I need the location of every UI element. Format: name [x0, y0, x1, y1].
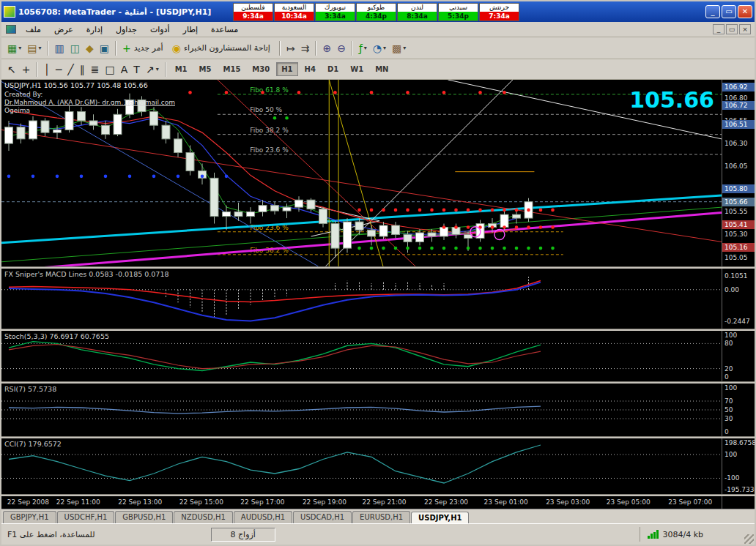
- menu-item-5[interactable]: إطار: [177, 23, 204, 36]
- chart-tab-usdchfh1[interactable]: USDCHF,H1: [57, 511, 115, 523]
- chart-tab-usdjpyh1[interactable]: USDJPY,H1: [411, 512, 469, 524]
- cci-pane: CCI(7) 179.6572198.6758100-100-195.7330: [1, 438, 755, 494]
- indicators-button[interactable]: ƒ▾: [356, 40, 370, 57]
- crosshair-tool[interactable]: +: [19, 61, 34, 78]
- main-chart-scale[interactable]: 106.80106.55106.30106.05105.55105.30105.…: [722, 80, 755, 266]
- rsi-pane-plot[interactable]: RSI(7) 57.5738: [1, 384, 722, 436]
- time-axis-corner: [722, 496, 755, 509]
- chart-tab-gbpjpyh1[interactable]: GBPJPY,H1: [3, 511, 56, 523]
- stoch-pane-plot[interactable]: Stoch(5,3,3) 76.6917 60.7655: [1, 331, 722, 381]
- chart-area[interactable]: Fibo 61.8 %Fibo 50 %Fibo 38.2 %Fibo 23.6…: [1, 80, 755, 509]
- timeframe-button-m30[interactable]: M30: [247, 62, 275, 76]
- timeframe-button-d1[interactable]: D1: [322, 62, 344, 76]
- timeframe-button-h1[interactable]: H1: [276, 62, 297, 76]
- stoch-pane-scale[interactable]: 10080200: [722, 331, 755, 381]
- zoom-out-button[interactable]: ⊖: [334, 40, 349, 57]
- trendline-tool[interactable]: ╱: [64, 61, 76, 78]
- candle-body: [29, 121, 37, 139]
- chart-tab-nzdusdh1[interactable]: NZDUSD,H1: [174, 511, 232, 523]
- new-order-button[interactable]: +أمر جديد: [119, 40, 169, 57]
- text-tool[interactable]: A: [118, 61, 131, 78]
- main-chart-svg: Fibo 61.8 %Fibo 50 %Fibo 38.2 %Fibo 23.6…: [1, 80, 722, 266]
- shapes-tool[interactable]: □: [103, 61, 118, 78]
- candle-body: [513, 214, 521, 218]
- menu-item-2[interactable]: إدارة: [80, 23, 109, 36]
- timeframe-button-h4[interactable]: H4: [300, 62, 321, 76]
- chart-tab-usdcadh1[interactable]: USDCAD,H1: [293, 511, 352, 523]
- candle-body: [210, 178, 218, 216]
- signal-dot: [527, 225, 530, 229]
- navigator-button[interactable]: ◆: [83, 40, 97, 57]
- timeframe-button-m15[interactable]: M15: [218, 62, 245, 76]
- timeframe-button-mn[interactable]: MN: [370, 62, 393, 76]
- cci-pane-svg: CCI(7) 179.6572: [1, 438, 722, 494]
- menu-item-0[interactable]: ملف: [19, 23, 48, 36]
- signal-dot: [527, 247, 530, 250]
- timeframe-button-w1[interactable]: W1: [345, 62, 368, 76]
- chart-shift-button[interactable]: ↦: [284, 40, 298, 57]
- mdi-close-button[interactable]: ×: [739, 24, 751, 34]
- cci-pane-plot[interactable]: CCI(7) 179.6572: [1, 438, 722, 494]
- fibonacci-tool[interactable]: ≣: [88, 61, 103, 78]
- toolbar-separator: [165, 62, 166, 77]
- vertical-line-tool[interactable]: │: [40, 61, 52, 78]
- chart-tab-eurusdh1[interactable]: EURUSD,H1: [352, 511, 410, 523]
- clock-time-value: 8:34a: [398, 12, 437, 20]
- new-chart-button[interactable]: ▦▾: [4, 40, 24, 57]
- cci-pane-scale[interactable]: 198.6758100-100-195.7330: [722, 438, 755, 494]
- market-watch-button[interactable]: ▥: [52, 40, 67, 57]
- candle-body: [174, 139, 182, 153]
- channel-tool[interactable]: ∥: [77, 61, 88, 78]
- expert-advisors-icon: ◉: [172, 41, 181, 56]
- timeframe-button-m5[interactable]: M5: [194, 62, 217, 76]
- rsi-scale-label: 0: [724, 428, 729, 435]
- arrows-tool[interactable]: ↗▾: [143, 61, 162, 78]
- connection-traffic: 3084/4 kb: [662, 530, 703, 539]
- terminal-button[interactable]: ▣: [97, 40, 112, 57]
- menu-item-1[interactable]: عرض: [48, 23, 80, 36]
- resize-grip[interactable]: [744, 534, 754, 544]
- time-axis-plot[interactable]: 22 Sep 200822 Sep 11:0022 Sep 13:0022 Se…: [1, 496, 722, 509]
- restore-button[interactable]: ▭: [722, 5, 736, 18]
- expert-advisors-button[interactable]: ◉إتاحة المستشارون الخبراء: [169, 40, 276, 57]
- chart-tab-gbpusdh1[interactable]: GBPUSD,H1: [115, 511, 173, 523]
- signal-dot: [273, 116, 277, 120]
- menu-item-4[interactable]: أدوات: [144, 23, 177, 36]
- profile-panel[interactable]: أزواج 8: [211, 528, 275, 542]
- mdi-restore-button[interactable]: ▭: [726, 24, 738, 34]
- signal-dot: [442, 225, 446, 229]
- titlebar: 1056708: MetaTrader - أمثلية - [USDJPY,H…: [1, 1, 755, 22]
- menu-item-3[interactable]: جداول: [109, 23, 144, 36]
- auto-scroll-button[interactable]: ⇉: [298, 40, 313, 57]
- arrows-icon: ↗: [146, 62, 155, 77]
- templates-button[interactable]: ▩▾: [389, 40, 409, 57]
- rsi-pane: RSI(7) 57.57381007050300: [1, 384, 755, 436]
- rsi-pane-scale[interactable]: 1007050300: [722, 384, 755, 436]
- zoom-in-button[interactable]: ⊕: [319, 40, 334, 57]
- time-axis-label: 22 Sep 11:00: [56, 498, 100, 506]
- main-chart-plot[interactable]: Fibo 61.8 %Fibo 50 %Fibo 38.2 %Fibo 23.6…: [1, 80, 722, 266]
- signal-dot: [418, 247, 422, 250]
- periods-button[interactable]: ◔▾: [370, 40, 389, 57]
- mdi-minimize-button[interactable]: _: [713, 24, 724, 34]
- label-tool[interactable]: T: [130, 61, 143, 78]
- trendline-icon: ╱: [67, 62, 73, 77]
- macd-pane-scale[interactable]: 0.10510.00-0.2447: [722, 269, 755, 329]
- data-window-button[interactable]: ◫: [67, 40, 83, 57]
- cursor-tool[interactable]: ↖: [4, 61, 19, 78]
- macd-pane-plot[interactable]: FX Sniper's MACD Lines 0.0583 -0.0185 0.…: [1, 269, 722, 329]
- close-button[interactable]: ✕: [738, 5, 752, 18]
- fibo-label: Fibo 38.2 %: [250, 127, 289, 134]
- chart-tab-audusdh1[interactable]: AUDUSD,H1: [234, 511, 292, 523]
- candle-body: [150, 112, 158, 126]
- clock-time-value: 7:34a: [480, 12, 519, 20]
- horizontal-line-tool[interactable]: ─: [53, 61, 64, 78]
- menu-item-6[interactable]: مساعدة: [204, 23, 245, 36]
- minimize-button[interactable]: _: [705, 5, 720, 18]
- standard-toolbar: ▦▾▤▾▥◫◆▣+أمر جديد◉إتاحة المستشارون الخبر…: [1, 37, 755, 59]
- candle-body: [114, 114, 122, 134]
- price-scale-highlight: 106.92: [722, 83, 755, 91]
- timeframe-button-m1[interactable]: M1: [170, 62, 193, 76]
- profiles-button[interactable]: ▤▾: [24, 40, 44, 57]
- child-window-icon[interactable]: [6, 25, 16, 34]
